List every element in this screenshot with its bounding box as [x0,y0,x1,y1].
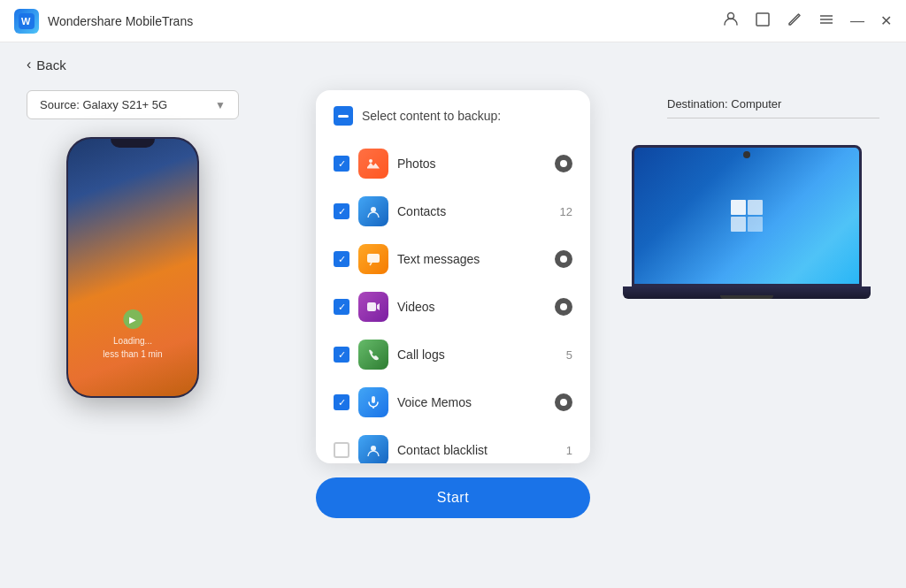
messages-checkbox[interactable]: ✓ [334,251,349,267]
list-item[interactable]: Contact blacklist 1 [316,426,590,463]
svg-point-8 [369,159,372,163]
back-label: Back [36,57,65,73]
svg-point-9 [371,207,376,212]
layout-row: Source: Galaxy S21+ 5G ▼ ▶ Loading...les… [27,81,879,588]
right-panel: Destination: Computer [614,90,879,299]
blacklist-badge: 1 [566,444,572,457]
phone-side-button-right [197,210,199,254]
svg-rect-10 [367,254,380,263]
blacklist-checkbox[interactable] [334,442,349,458]
svg-rect-3 [756,13,769,26]
calllogs-label: Call logs [397,347,557,362]
laptop-illustration [632,145,871,299]
videos-radio[interactable] [555,298,572,316]
back-button[interactable]: ‹ Back [27,42,66,81]
photos-icon [358,149,388,179]
voicememos-radio[interactable] [555,393,572,411]
svg-text:W: W [21,16,31,27]
list-item[interactable]: ✓ Contacts 12 [316,187,590,235]
content-list: ✓ Photos ✓ [316,136,590,463]
window-controls: — ✕ [723,11,892,31]
phone-loading: ▶ Loading...less than 1 min [103,309,162,361]
laptop-screen-inner [634,148,859,284]
list-item[interactable]: ✓ Videos [316,283,590,331]
photos-checkbox[interactable]: ✓ [334,156,349,172]
messages-radio[interactable] [555,250,572,268]
source-label: Source: Galaxy S21+ 5G [40,98,167,111]
videos-label: Videos [397,300,546,314]
voicememos-icon [358,387,388,417]
account-icon[interactable] [723,11,739,31]
list-item[interactable]: ✓ Call logs 5 [316,331,590,378]
contacts-checkbox[interactable]: ✓ [334,203,349,219]
list-item[interactable]: ✓ Voice Memos [316,378,590,426]
photos-label: Photos [397,157,546,171]
contacts-label: Contacts [397,204,551,218]
destination-label: Destination: Computer [667,97,781,111]
window-icon[interactable] [755,11,771,31]
phone-illustration: ▶ Loading...less than 1 min [44,137,221,398]
svg-point-14 [371,446,376,451]
svg-rect-7 [338,115,349,118]
calllogs-badge: 5 [566,348,572,362]
messages-icon [358,244,388,274]
phone-notch [111,139,155,148]
list-item[interactable]: ✓ Text messages [316,235,590,283]
windows-pane-2 [748,200,763,215]
app-logo: W [14,9,39,34]
destination-selector: Destination: Computer [667,90,879,118]
left-panel: Source: Galaxy S21+ 5G ▼ ▶ Loading...les… [27,90,292,398]
close-icon[interactable]: ✕ [880,12,892,29]
messages-label: Text messages [397,252,546,266]
select-all-icon[interactable] [334,106,353,126]
laptop-screen [632,145,862,286]
contacts-icon [358,196,388,226]
voicememos-checkbox[interactable]: ✓ [334,394,349,410]
titlebar: W Wondershare MobileTrans [0,0,906,42]
play-icon: ▶ [123,309,142,329]
svg-rect-11 [367,302,376,311]
windows-pane-1 [731,200,746,215]
laptop-base [623,286,871,299]
card-header: Select content to backup: [316,90,590,136]
videos-checkbox[interactable]: ✓ [334,299,349,315]
phone-screen: ▶ Loading...less than 1 min [68,139,197,396]
photos-radio[interactable] [555,155,572,172]
phone-body: ▶ Loading...less than 1 min [66,137,199,398]
center-panel: Select content to backup: ✓ Photos [292,90,614,518]
calllogs-icon [358,340,388,370]
chevron-down-icon: ▼ [215,99,226,111]
list-item[interactable]: ✓ Photos [316,140,590,187]
back-arrow-icon: ‹ [27,57,31,73]
windows-pane-4 [748,217,763,232]
card-header-title: Select content to backup: [362,109,501,123]
minimize-icon[interactable]: — [850,14,864,28]
edit-icon[interactable] [787,11,802,31]
svg-rect-12 [372,396,375,403]
content-card: Select content to backup: ✓ Photos [316,90,590,463]
blacklist-label: Contact blacklist [397,443,557,457]
start-button-container: Start [316,477,590,518]
windows-pane-3 [731,217,746,232]
windows-logo [731,200,763,232]
phone-side-button-left1 [66,192,68,218]
contacts-badge: 12 [560,205,572,218]
main-content: ‹ Back Source: Galaxy S21+ 5G ▼ ▶ Loadin… [0,42,906,588]
source-selector[interactable]: Source: Galaxy S21+ 5G ▼ [27,90,239,119]
calllogs-checkbox[interactable]: ✓ [334,347,349,363]
phone-side-button-left2 [66,227,68,254]
menu-icon[interactable] [818,11,834,31]
videos-icon [358,292,388,322]
blacklist-icon [358,435,388,463]
app-title: Wondershare MobileTrans [48,14,723,28]
start-button[interactable]: Start [316,477,590,518]
voicememos-label: Voice Memos [397,395,546,409]
loading-text: Loading...less than 1 min [103,334,162,361]
